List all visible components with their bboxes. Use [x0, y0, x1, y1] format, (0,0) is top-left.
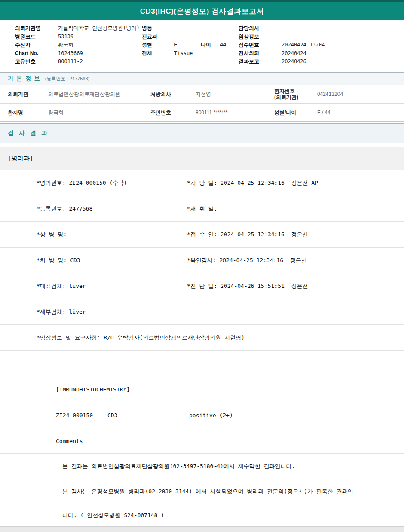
- ihc-specimen-code: ZI24-000150: [56, 412, 93, 418]
- field-value: 042413204: [317, 91, 343, 97]
- field-value: Tissue: [174, 50, 193, 56]
- comment-line-row: 니다. ( 인천성모병원 S24-007148 ): [0, 504, 404, 526]
- field-row: 병원코드 53139: [15, 32, 140, 40]
- basic-info-section-header: 기 본 정 보 (등록번호 : 2477568): [0, 72, 404, 85]
- result-detail-row: *등록번호: 2477568 *채 취 일:: [0, 196, 404, 222]
- field-value: F / 44: [317, 110, 331, 116]
- result-detail-row: *처 방 명: CD3 *육안검사: 2024-04-25 12:34:16 정…: [0, 248, 404, 273]
- field-label: 처방의사: [150, 91, 171, 98]
- field-row: Chart No. 10243669: [15, 49, 140, 57]
- field-label: 검사의뢰: [239, 49, 282, 57]
- field-row: 의뢰기관명 가톨릭대학교 인천성모병원(병리): [15, 24, 140, 32]
- detail-right-text: *채 취 일:: [187, 205, 217, 213]
- field-row: 수진자 황국화: [15, 41, 140, 49]
- field-value: F: [174, 42, 201, 48]
- field-value: 지현영: [196, 91, 211, 98]
- patient-header-middle-column: 병동 진료과 성별 F 나이 44 검체 Tissue: [142, 24, 226, 58]
- field-value: 20240426: [282, 58, 306, 64]
- page-footer-strip: [0, 526, 404, 532]
- field-label: 주민번호: [150, 109, 171, 116]
- patient-header: 의뢰기관명 가톨릭대학교 인천성모병원(병리) 병원코드 53139 수진자 황…: [0, 20, 404, 72]
- field-value: 황국화: [58, 41, 73, 49]
- department-row: [병리과]: [0, 147, 404, 170]
- section-title: 기 본 정 보: [8, 75, 41, 83]
- detail-right-text: *진 단 일: 2024-04-26 15:51:51 정은선: [187, 282, 308, 290]
- detail-left-text: *처 방 명: CD3: [37, 257, 80, 264]
- detail-left-text: *등록번호: 2477568: [37, 205, 92, 213]
- spacer: [0, 143, 404, 147]
- department-label: [병리과]: [8, 155, 33, 162]
- field-label: 결과보고: [239, 58, 282, 65]
- field-row: 성별 F 나이 44: [142, 41, 226, 49]
- empty-row: [0, 351, 404, 376]
- field-value: 가톨릭대학교 인천성모병원(병리): [58, 24, 140, 32]
- comments-label-row: Comments: [0, 428, 404, 454]
- field-label: 나이: [201, 41, 220, 49]
- field-row: 임상정보: [239, 32, 325, 40]
- field-label: 수진자: [15, 41, 58, 49]
- detail-left-text: *상 병 명: -: [37, 231, 73, 238]
- field-label: 성별: [142, 41, 174, 49]
- section-title: 검 사 결 과: [8, 129, 49, 137]
- result-detail-row: *임상정보 및 요구사항: R/O 수탁검사(의료법인삼광의료재단삼광의원-지현…: [0, 325, 404, 351]
- field-value: 20240424: [282, 50, 306, 56]
- detail-right-text: *처 방 일: 2024-04-25 12:34:16 정은선 AP: [187, 179, 318, 187]
- field-label: 병동: [142, 24, 174, 32]
- field-row: 담당의사: [239, 24, 325, 32]
- field-value: 황국화: [48, 109, 64, 116]
- detail-right-text: *육안검사: 2024-04-25 12:34:16 정은선: [187, 257, 307, 264]
- field-label: 임상정보: [239, 33, 282, 40]
- comment-text: 니다. ( 인천성모병원 S24-007148 ): [62, 511, 164, 519]
- field-label: 병원코드: [15, 33, 58, 40]
- field-label: 고유번호: [15, 58, 58, 65]
- field-row: 병동: [142, 24, 226, 32]
- result-detail-row: *병리번호: ZI24-000150 (수탁) *처 방 일: 2024-04-…: [0, 170, 404, 196]
- result-detail-row: *상 병 명: - *접 수 일: 2024-04-25 12:34:16 정은…: [0, 222, 404, 248]
- field-row: 접수번호 20240424-13204: [239, 41, 325, 49]
- field-row: 고유번호 800111-2: [15, 58, 140, 66]
- detail-left-text: *임상정보 및 요구사항: R/O 수탁검사(의료법인삼광의료재단삼광의원-지현…: [37, 334, 245, 342]
- field-value: 10243669: [58, 50, 83, 56]
- field-label: 검체: [142, 49, 174, 57]
- field-row: 검사의뢰 20240424: [239, 49, 325, 57]
- detail-left-text: *병리번호: ZI24-000150 (수탁): [37, 179, 127, 187]
- result-detail-row: *대표검체: liver *진 단 일: 2024-04-26 15:51:51…: [0, 273, 404, 299]
- field-label-line2: (의뢰기관): [274, 94, 298, 100]
- report-title: CD3(IHC)(은평성모) 검사결과보고서: [140, 6, 264, 16]
- comment-text: 본 결과는 의료법인삼광의료재단삼광의원(02-3497-5180~4)에서 재…: [62, 462, 295, 470]
- field-label-line1: 환자번호: [274, 88, 298, 94]
- comment-text: 본 검사는 은평성모병원 병리과(02-2030-3144) 에서 시행되었으며…: [62, 488, 353, 495]
- patient-header-left-column: 의뢰기관명 가톨릭대학교 인천성모병원(병리) 병원코드 53139 수진자 황…: [15, 24, 140, 66]
- detail-left-text: *세부검체: liver: [37, 308, 86, 316]
- ihc-header-row: [IMMUNOHISTOCHEMISTRY]: [0, 376, 404, 402]
- field-row: 결과보고 20240426: [239, 58, 325, 66]
- field-label: 접수번호: [239, 41, 282, 49]
- detail-right-text: *접 수 일: 2024-04-25 12:34:16 정은선: [187, 231, 308, 238]
- field-value: 800111-*******: [196, 110, 228, 116]
- ihc-result-row: ZI24-000150 CD3 positive (2+): [0, 402, 404, 428]
- basic-info-row-2: 환자명 황국화 주민번호 800111-******* 성별/나이 F / 44: [0, 104, 404, 122]
- field-label: 환자명: [8, 109, 23, 116]
- comment-line-row: 본 결과는 의료법인삼광의료재단삼광의원(02-3497-5180~4)에서 재…: [0, 454, 404, 479]
- field-value: 53139: [58, 34, 73, 40]
- field-value: 44: [220, 42, 226, 48]
- detail-left-text: *대표검체: liver: [37, 282, 86, 290]
- patient-header-right-column: 담당의사 임상정보 접수번호 20240424-13204 검사의뢰 20240…: [239, 24, 325, 66]
- result-detail-row: *세부검체: liver: [0, 299, 404, 325]
- field-value: 20240424-13204: [282, 42, 325, 48]
- comments-label: Comments: [56, 437, 83, 444]
- field-label: 진료과: [142, 33, 174, 40]
- comment-line-row: 본 검사는 은평성모병원 병리과(02-2030-3144) 에서 시행되었으며…: [0, 479, 404, 504]
- registration-number: (등록번호 : 2477568): [45, 76, 89, 82]
- field-value: 의료법인삼광의료재단삼광의원: [48, 91, 120, 98]
- basic-info-row-1: 의뢰기관 의료법인삼광의료재단삼광의원 처방의사 지현영 환자번호(의뢰기관) …: [0, 85, 404, 104]
- field-row: 검체 Tissue: [142, 49, 226, 57]
- field-label: 의뢰기관명: [15, 24, 58, 32]
- ihc-section-label: [IMMUNOHISTOCHEMISTRY]: [56, 386, 130, 392]
- test-results-section-header: 검 사 결 과: [0, 123, 404, 143]
- field-value: 800111-2: [58, 58, 83, 64]
- report-title-band: CD3(IHC)(은평성모) 검사결과보고서: [0, 2, 404, 20]
- field-label: 담당의사: [239, 24, 282, 32]
- ihc-test-name: CD3: [107, 412, 117, 418]
- report-page: CD3(IHC)(은평성모) 검사결과보고서 의뢰기관명 가톨릭대학교 인천성모…: [0, 0, 404, 532]
